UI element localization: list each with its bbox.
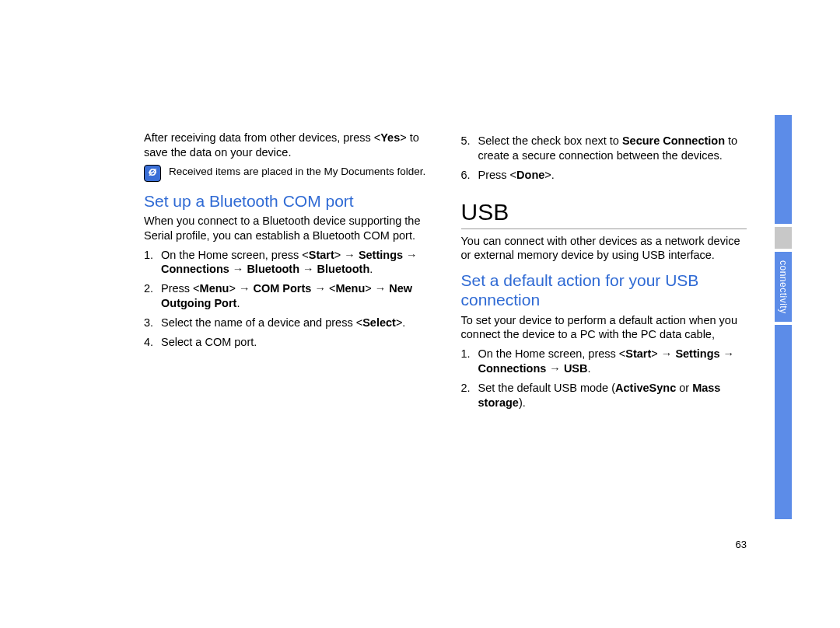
intro-yes: Yes	[380, 131, 400, 144]
sidebar-segment	[775, 325, 792, 519]
sidebar-segment	[775, 115, 792, 224]
note-icon: Ø	[144, 165, 161, 182]
step-4: Select a COM port.	[144, 335, 430, 350]
intro-pre: After receiving data from other devices,…	[144, 131, 380, 144]
manual-page: After receiving data from other devices,…	[0, 0, 840, 628]
sidebar-segment-gray	[775, 227, 792, 249]
usb-intro: To set your device to perform a default …	[461, 313, 747, 343]
intro-paragraph: After receiving data from other devices,…	[144, 131, 430, 160]
note-icon-glyph: Ø	[149, 166, 156, 180]
step-3: Select the name of a device and press <S…	[144, 316, 430, 330]
heading-usb-default: Set a default action for your USB connec…	[461, 270, 747, 309]
heading-bluetooth-com: Set up a Bluetooth COM port	[144, 191, 430, 211]
right-column: Select the check box next to Secure Conn…	[461, 131, 747, 415]
bluetooth-steps-cont: Select the check box next to Secure Conn…	[461, 134, 747, 183]
left-column: After receiving data from other devices,…	[144, 131, 430, 415]
step-2: Press <Menu> → COM Ports → <Menu> → New …	[144, 281, 430, 311]
bluetooth-desc: When you connect to a Bluetooth device s…	[144, 214, 430, 243]
heading-usb: USB	[461, 197, 747, 229]
usb-step-2: Set the default USB mode (ActiveSync or …	[461, 381, 747, 410]
note-text: Received items are placed in the My Docu…	[169, 165, 425, 179]
usb-step-1: On the Home screen, press <Start> → Sett…	[461, 347, 747, 376]
sidebar-label: connectivity	[778, 260, 789, 314]
step-1: On the Home screen, press <Start> → Sett…	[144, 248, 430, 277]
section-tab-sidebar: connectivity	[775, 115, 792, 519]
step-5: Select the check box next to Secure Conn…	[461, 134, 747, 163]
usb-desc: You can connect with other devices as a …	[461, 234, 747, 263]
content-columns: After receiving data from other devices,…	[144, 131, 747, 415]
step-6: Press <Done>.	[461, 168, 747, 183]
sidebar-active-tab: connectivity	[775, 252, 792, 322]
page-number: 63	[736, 539, 747, 550]
note-block: Ø Received items are placed in the My Do…	[144, 165, 430, 182]
usb-steps: On the Home screen, press <Start> → Sett…	[461, 347, 747, 410]
bluetooth-steps: On the Home screen, press <Start> → Sett…	[144, 248, 430, 350]
